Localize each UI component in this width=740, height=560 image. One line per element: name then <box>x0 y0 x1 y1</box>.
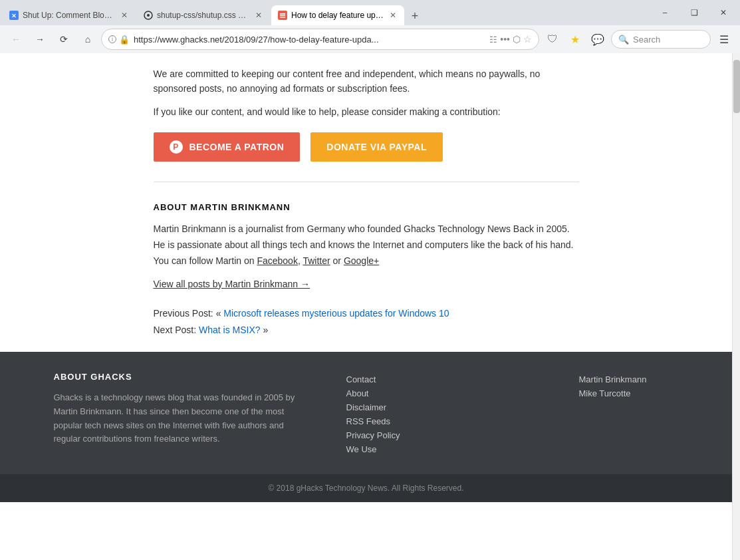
author-heading: ABOUT MARTIN BRINKMANN <box>154 202 579 212</box>
next-post-suffix: » <box>263 325 268 335</box>
footer-copyright: © 2018 gHacks Technology News. All Right… <box>0 474 732 502</box>
back-button[interactable]: ← <box>5 29 27 50</box>
footer-about: ABOUT GHACKS Ghacks is a technology news… <box>54 372 307 454</box>
svg-rect-7 <box>280 17 285 18</box>
paypal-label: DONATE VIA PAYPAL <box>326 142 427 152</box>
footer-author-martin[interactable]: Martin Brinkmann <box>579 374 679 384</box>
navigation-bar: ← → ⟳ ⌂ i 🔒 https://www.ghacks.net/2018/… <box>0 25 740 53</box>
close-button[interactable]: ✕ <box>709 3 737 23</box>
facebook-link[interactable]: Facebook <box>257 255 297 266</box>
tab1-favicon: ✕ <box>9 11 19 20</box>
donate-paypal-button[interactable]: DONATE VIA PAYPAL <box>310 132 443 162</box>
scrollbar-track[interactable] <box>732 53 740 560</box>
next-post-label: Next Post: <box>154 325 197 335</box>
minimize-button[interactable]: – <box>651 3 679 23</box>
donation-buttons: P BECOME A PATRON DONATE VIA PAYPAL <box>154 132 579 162</box>
footer-about-text: Ghacks is a technology news blog that wa… <box>54 391 307 446</box>
site-footer: ABOUT GHACKS Ghacks is a technology news… <box>0 352 732 502</box>
messages-button[interactable]: 💬 <box>587 29 608 50</box>
next-post-link[interactable]: What is MSIX? <box>199 325 261 335</box>
svg-point-3 <box>147 14 150 17</box>
search-box[interactable]: 🔍 Search <box>611 30 711 49</box>
scrollbar-thumb[interactable] <box>733 60 740 113</box>
svg-rect-5 <box>280 13 285 15</box>
page-viewport: We are committed to keeping our content … <box>0 53 740 560</box>
search-icon: 🔍 <box>618 35 629 45</box>
info-icon: i <box>108 35 116 43</box>
new-tab-button[interactable]: + <box>406 7 424 25</box>
more-icon[interactable]: ••• <box>500 34 510 45</box>
browser-tab-2[interactable]: shutup-css/shutup.css at mast ✕ <box>137 5 270 25</box>
support-text-2: If you like our content, and would like … <box>154 104 579 119</box>
section-divider <box>154 182 579 182</box>
previous-post-link[interactable]: Microsoft releases mysterious updates fo… <box>223 308 449 319</box>
tab1-label: Shut Up: Comment Blocker – A <box>23 11 116 20</box>
tab2-label: shutup-css/shutup.css at mast <box>157 11 250 20</box>
pocket-icon[interactable]: ⬡ <box>513 34 521 45</box>
bookmark-icon[interactable]: ☆ <box>523 34 532 45</box>
browser-tab-3[interactable]: How to delay feature updates ✕ <box>271 5 404 25</box>
patron-label: BECOME A PATRON <box>189 142 285 152</box>
patreon-icon: P <box>170 140 183 154</box>
home-button[interactable]: ⌂ <box>77 29 98 50</box>
article-body: We are committed to keeping our content … <box>134 53 599 352</box>
tab3-close[interactable]: ✕ <box>388 10 398 21</box>
footer-link-weuse[interactable]: We Use <box>346 444 539 454</box>
footer-about-heading: ABOUT GHACKS <box>54 372 307 382</box>
star-button[interactable]: ★ <box>564 29 586 50</box>
next-post: Next Post: What is MSIX? » <box>154 322 579 339</box>
footer-authors: Martin Brinkmann Mike Turcotte <box>579 372 679 454</box>
footer-link-about[interactable]: About <box>346 388 539 398</box>
footer-inner: ABOUT GHACKS Ghacks is a technology news… <box>34 372 699 454</box>
shield-button[interactable]: 🛡 <box>542 29 563 50</box>
footer-links: Contact About Disclaimer RSS Feeds Priva… <box>346 372 539 454</box>
tab2-close[interactable]: ✕ <box>254 10 263 21</box>
forward-button[interactable]: → <box>29 29 51 50</box>
tab3-favicon <box>278 11 287 20</box>
tab3-label: How to delay feature updates <box>291 11 384 20</box>
post-navigation: Previous Post: « Microsoft releases myst… <box>154 305 579 339</box>
svg-rect-6 <box>280 15 285 17</box>
author-section: ABOUT MARTIN BRINKMANN Martin Brinkmann … <box>154 196 579 352</box>
address-bar[interactable]: i 🔒 https://www.ghacks.net/2018/09/27/ho… <box>101 29 539 50</box>
bio-or: or <box>330 255 344 266</box>
window-controls: – ❑ ✕ <box>651 3 737 25</box>
tab1-close[interactable]: ✕ <box>120 10 129 21</box>
address-bar-security-icons: i 🔒 <box>108 35 130 45</box>
footer-link-disclaimer[interactable]: Disclaimer <box>346 402 539 412</box>
address-bar-right-icons: ☷ ••• ⬡ ☆ <box>489 34 532 45</box>
maximize-button[interactable]: ❑ <box>680 3 708 23</box>
googleplus-link[interactable]: Google+ <box>344 255 379 266</box>
footer-author-mike[interactable]: Mike Turcotte <box>579 388 679 398</box>
menu-button[interactable]: ☰ <box>713 29 735 50</box>
tab-bar: ✕ Shut Up: Comment Blocker – A ✕ shutup-… <box>0 0 740 25</box>
lock-icon: 🔒 <box>119 35 130 45</box>
previous-post-label: Previous Post: « <box>154 308 221 319</box>
page-content: We are committed to keeping our content … <box>0 53 732 560</box>
previous-post: Previous Post: « Microsoft releases myst… <box>154 305 579 322</box>
support-text-1: We are committed to keeping our content … <box>154 67 579 96</box>
nav-right-tools: 🛡 ★ 💬 <box>542 29 608 50</box>
footer-link-contact[interactable]: Contact <box>346 374 539 384</box>
tab2-favicon <box>144 11 153 20</box>
svg-text:✕: ✕ <box>11 13 17 19</box>
browser-window: ✕ Shut Up: Comment Blocker – A ✕ shutup-… <box>0 0 740 560</box>
reader-mode-icon[interactable]: ☷ <box>489 35 497 45</box>
search-placeholder: Search <box>633 35 660 45</box>
author-bio: Martin Brinkmann is a journalist from Ge… <box>154 221 579 269</box>
url-text: https://www.ghacks.net/2018/09/27/how-to… <box>134 35 485 45</box>
browser-tab-1[interactable]: ✕ Shut Up: Comment Blocker – A ✕ <box>3 5 136 25</box>
refresh-button[interactable]: ⟳ <box>53 29 74 50</box>
become-patron-button[interactable]: P BECOME A PATRON <box>154 132 301 162</box>
twitter-link[interactable]: Twitter <box>303 255 330 266</box>
view-all-posts-link[interactable]: View all posts by Martin Brinkmann → <box>154 279 310 289</box>
footer-link-rss[interactable]: RSS Feeds <box>346 416 539 426</box>
footer-link-privacy[interactable]: Privacy Policy <box>346 430 539 440</box>
